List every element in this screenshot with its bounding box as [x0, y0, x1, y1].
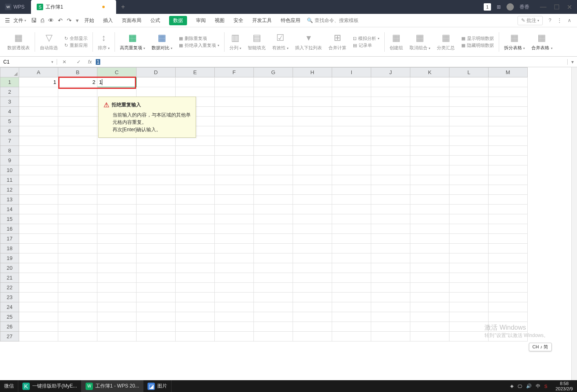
simulate-button[interactable]: ⊡ 模拟分析 ▾	[353, 35, 379, 42]
cell-K12[interactable]	[410, 185, 449, 195]
cell-H23[interactable]	[293, 293, 332, 302]
minimize-icon[interactable]: —	[540, 3, 546, 11]
cell-L2[interactable]	[449, 87, 489, 97]
taskbar-myeditor[interactable]: K一键排版助手(MyE...	[18, 380, 81, 392]
cell-J1[interactable]	[371, 77, 410, 87]
cell-I16[interactable]	[332, 224, 371, 234]
cell-A18[interactable]	[19, 244, 58, 253]
cell-H4[interactable]	[293, 107, 332, 117]
cell-C25[interactable]	[97, 312, 137, 322]
cell-F24[interactable]	[215, 302, 254, 312]
fx-icon[interactable]: fx	[86, 59, 94, 65]
cell-B4[interactable]	[58, 107, 97, 117]
cell-I15[interactable]	[332, 214, 371, 224]
col-head-L[interactable]: L	[449, 68, 489, 77]
cell-J27[interactable]	[371, 332, 410, 341]
cell-E20[interactable]	[176, 263, 215, 273]
cell-A20[interactable]	[19, 263, 58, 273]
cell-F2[interactable]	[215, 87, 254, 97]
cell-I6[interactable]	[332, 126, 371, 136]
cell-H1[interactable]	[293, 77, 332, 87]
cell-G14[interactable]	[254, 205, 293, 214]
cell-A10[interactable]	[19, 165, 58, 175]
cell-M12[interactable]	[489, 185, 528, 195]
cell-I11[interactable]	[332, 175, 371, 185]
reject-dup-button[interactable]: ▦ 拒绝录入重复项 ▾	[179, 42, 219, 48]
cell-E17[interactable]	[176, 234, 215, 244]
cell-K13[interactable]	[410, 195, 449, 205]
user-avatar[interactable]	[507, 3, 514, 11]
cell-M7[interactable]	[489, 136, 528, 146]
cell-G12[interactable]	[254, 185, 293, 195]
name-box-dropdown-icon[interactable]: ▾	[51, 60, 53, 64]
cell-B19[interactable]	[58, 253, 97, 263]
cell-E2[interactable]	[176, 87, 215, 97]
cell-H14[interactable]	[293, 205, 332, 214]
cell-H25[interactable]	[293, 312, 332, 322]
cell-L15[interactable]	[449, 214, 489, 224]
row-head-24[interactable]: 24	[0, 302, 19, 312]
col-head-F[interactable]: F	[215, 68, 254, 77]
cell-J14[interactable]	[371, 205, 410, 214]
cell-I19[interactable]	[332, 253, 371, 263]
row-head-15[interactable]: 15	[0, 214, 19, 224]
tray-sogou-icon[interactable]: S	[544, 384, 547, 389]
ime-indicator[interactable]: CH ♪ 简	[529, 343, 552, 351]
menu-start[interactable]: 开始	[84, 17, 94, 24]
cell-A21[interactable]	[19, 273, 58, 283]
consolidate-button[interactable]: ⊞合并计算	[325, 33, 350, 51]
cell-I5[interactable]	[332, 117, 371, 126]
cell-M15[interactable]	[489, 214, 528, 224]
cell-K9[interactable]	[410, 156, 449, 165]
sort-button[interactable]: ↕排序 ▾	[95, 33, 113, 51]
cell-J22[interactable]	[371, 283, 410, 293]
cell-K2[interactable]	[410, 87, 449, 97]
cell-B23[interactable]	[58, 293, 97, 302]
cell-H12[interactable]	[293, 185, 332, 195]
cell-J19[interactable]	[371, 253, 410, 263]
cell-H13[interactable]	[293, 195, 332, 205]
cell-F11[interactable]	[215, 175, 254, 185]
cell-G15[interactable]	[254, 214, 293, 224]
cell-F26[interactable]	[215, 322, 254, 332]
select-all-corner[interactable]	[0, 68, 19, 77]
cell-F12[interactable]	[215, 185, 254, 195]
cell-H21[interactable]	[293, 273, 332, 283]
print-icon[interactable]: ⎙	[41, 17, 44, 24]
row-head-10[interactable]: 10	[0, 165, 19, 175]
cell-L17[interactable]	[449, 234, 489, 244]
cell-I17[interactable]	[332, 234, 371, 244]
cell-C27[interactable]	[97, 332, 137, 341]
cell-J17[interactable]	[371, 234, 410, 244]
cell-C17[interactable]	[97, 234, 137, 244]
cell-F10[interactable]	[215, 165, 254, 175]
cell-G7[interactable]	[254, 136, 293, 146]
help-icon[interactable]: ?	[548, 18, 551, 23]
cell-L13[interactable]	[449, 195, 489, 205]
cell-B20[interactable]	[58, 263, 97, 273]
taskbar-wechat[interactable]: 微信	[0, 380, 18, 392]
cell-I9[interactable]	[332, 156, 371, 165]
side-panel[interactable]	[571, 67, 577, 380]
cell-F3[interactable]	[215, 97, 254, 107]
cell-F16[interactable]	[215, 224, 254, 234]
cell-M25[interactable]	[489, 312, 528, 322]
cell-A7[interactable]	[19, 136, 58, 146]
menu-insert[interactable]: 插入	[103, 17, 113, 24]
collapse-ribbon-icon[interactable]: ∧	[568, 18, 571, 23]
more-icon[interactable]: ⋮	[557, 18, 562, 23]
comment-button[interactable]: ✎ 批注 ▾	[518, 16, 543, 25]
cell-B13[interactable]	[58, 195, 97, 205]
cell-I20[interactable]	[332, 263, 371, 273]
cell-G24[interactable]	[254, 302, 293, 312]
col-head-H[interactable]: H	[293, 68, 332, 77]
cell-C16[interactable]	[97, 224, 137, 234]
cell-B1[interactable]: 2	[58, 77, 97, 87]
cell-J11[interactable]	[371, 175, 410, 185]
cell-F25[interactable]	[215, 312, 254, 322]
row-head-1[interactable]: 1	[0, 77, 19, 87]
cell-D26[interactable]	[137, 322, 176, 332]
cell-M23[interactable]	[489, 293, 528, 302]
cell-I4[interactable]	[332, 107, 371, 117]
cell-K23[interactable]	[410, 293, 449, 302]
